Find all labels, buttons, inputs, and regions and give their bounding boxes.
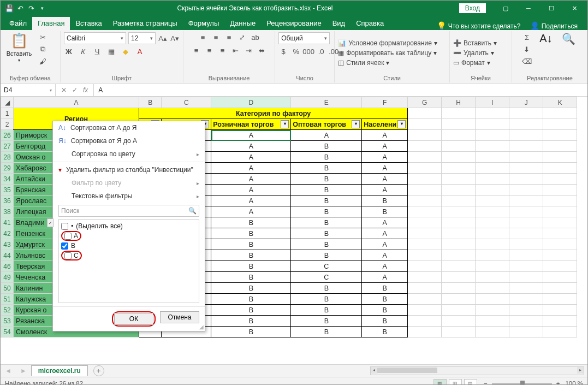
cell[interactable] [442,152,476,163]
filter-select-all[interactable]: ▪(Выделить все) [61,222,197,230]
cell[interactable]: A [211,152,291,163]
col-H[interactable]: H [442,97,476,108]
delete-cells-button[interactable]: ➖Удалить ▾ [453,49,494,57]
paste-button[interactable]: 📋 Вставить ▾ [4,32,34,63]
cell[interactable]: B [211,261,291,272]
cell[interactable] [543,141,577,152]
cell[interactable]: B [291,174,362,185]
row-header-52[interactable]: 52 [1,305,14,316]
cell[interactable] [476,239,509,250]
cell[interactable]: A [362,228,408,239]
copy-icon[interactable]: ⧉ [38,44,47,54]
comma-icon[interactable]: 000 [304,46,313,56]
row-header-28[interactable]: 28 [1,152,14,163]
header-f[interactable]: Населени▾ [362,119,408,130]
col-C[interactable]: C [162,97,211,108]
row-header-44[interactable]: 44 [1,250,14,261]
worksheet-grid[interactable]: ◢ A B C D E F G H I J K 1 Регион Категор… [1,97,587,364]
cell[interactable]: B [291,327,362,337]
cell[interactable]: B [291,185,362,196]
col-B[interactable]: B [139,97,162,108]
row-header-51[interactable]: 51 [1,294,14,305]
cell[interactable] [408,217,442,228]
cell[interactable]: C [291,272,362,283]
cell[interactable]: A [362,217,408,228]
cell[interactable] [442,261,476,272]
cell[interactable] [476,141,509,152]
cell[interactable]: A [362,261,408,272]
qat-dropdown-icon[interactable]: ▾ [38,4,46,13]
cell[interactable] [442,174,476,185]
header-d[interactable]: Розничная торгов▾ [211,119,291,130]
new-sheet-button[interactable]: ＋ [93,365,104,376]
zoom-out-icon[interactable]: − [484,380,488,385]
normal-view-icon[interactable]: ▦ [433,379,447,385]
format-painter-icon[interactable]: 🖌 [38,56,47,66]
align-top-icon[interactable]: ≡ [198,32,208,42]
cell[interactable] [442,185,476,196]
minimize-icon[interactable]: ─ [518,1,539,16]
autosum-icon[interactable]: Σ [522,32,532,42]
col-E[interactable]: E [291,97,362,108]
cell[interactable] [476,152,509,163]
row-header-29[interactable]: 29 [1,163,14,174]
cell[interactable] [543,239,577,250]
cell[interactable] [543,130,577,141]
cell[interactable]: A [211,141,291,152]
cell[interactable] [509,272,543,283]
clear-filter[interactable]: ▾Удалить фильтр из столбца "Инвестиции" [53,163,205,176]
row-header-27[interactable]: 27 [1,141,14,152]
sort-za[interactable]: Я↓Сортировка от Я до А [53,134,205,147]
cell[interactable]: B [211,217,291,228]
row-header-49[interactable]: 49 [1,272,14,283]
scroll-right-icon[interactable]: ▸ [577,367,584,374]
increase-decimal-icon[interactable]: .0 [316,46,326,56]
cell[interactable] [543,294,577,305]
italic-button[interactable]: К [78,46,88,56]
redo-icon[interactable]: ↷ [27,4,35,13]
filter-cancel-button[interactable]: Отмена [160,311,199,323]
cell[interactable] [442,305,476,316]
sheet-nav-prev[interactable]: ◄ [1,367,16,375]
number-format-combo[interactable]: Общий▾ [278,32,330,44]
cell[interactable] [543,163,577,174]
filter-search[interactable]: Поиск🔍 [58,205,199,217]
undo-icon[interactable]: ↶ [16,4,25,13]
cell[interactable] [509,217,543,228]
page-layout-view-icon[interactable]: ▥ [449,379,462,385]
cell[interactable]: B [362,305,408,316]
row-header-43[interactable]: 43 [1,239,14,250]
cell[interactable] [476,196,509,206]
cell[interactable] [509,250,543,261]
cell[interactable] [408,163,442,174]
orientation-icon[interactable]: ⤢ [237,32,247,42]
wrap-text-icon[interactable]: ab [251,32,260,42]
borders-icon[interactable]: ▦ [106,46,116,56]
filter-opt-C[interactable]: C [61,250,197,261]
sort-az[interactable]: A↓Сортировка от А до Я [53,121,205,134]
align-bottom-icon[interactable]: ≡ [224,32,234,42]
col-A[interactable]: A [14,97,139,108]
cell[interactable]: B [362,196,408,206]
cell[interactable] [408,152,442,163]
row-header-42[interactable]: 42 [1,228,14,239]
cell[interactable]: B [211,272,291,283]
cell[interactable] [476,305,509,316]
cell[interactable]: B [291,316,362,327]
cell[interactable] [509,283,543,294]
cell[interactable]: A [362,152,408,163]
filter-opt-A[interactable]: A [61,230,197,241]
cell[interactable] [408,228,442,239]
cell[interactable]: B [211,250,291,261]
row-header-54[interactable]: 54 [1,327,14,337]
row-header-41[interactable]: 41 [1,217,14,228]
align-middle-icon[interactable]: ≡ [211,32,221,42]
cell[interactable] [442,250,476,261]
cell[interactable] [509,174,543,185]
filter-ok-button[interactable]: ОК [114,313,153,325]
cell[interactable]: A [291,130,362,141]
col-F[interactable]: F [362,97,408,108]
tab-data[interactable]: Данные [224,17,261,30]
cell[interactable]: B [211,294,291,305]
cell[interactable]: B [362,327,408,337]
